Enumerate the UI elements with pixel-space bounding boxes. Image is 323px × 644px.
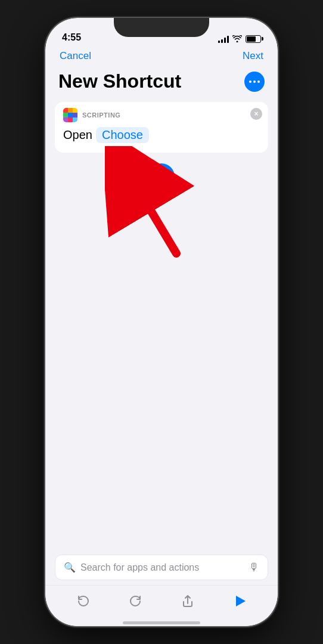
wifi-icon [232,35,242,42]
action-open-text: Open [63,128,92,142]
search-icon: 🔍 [64,562,76,573]
page-header: New Shortcut [45,68,278,102]
bottom-toolbar [45,585,278,621]
search-placeholder-text: Search for apps and actions [80,562,244,573]
home-indicator [45,621,278,626]
battery-icon [246,35,261,43]
add-plus-icon: + [157,168,166,184]
page-title: New Shortcut [58,70,181,92]
nav-bar: Cancel Next [45,48,278,68]
main-content: SCRIPTING × Open Choose + [45,102,278,190]
bottom-area: 🔍 Search for apps and actions 🎙 [45,549,278,626]
more-button[interactable] [244,72,265,92]
share-button[interactable] [177,590,198,612]
status-icons [218,35,261,44]
action-card: SCRIPTING × Open Choose [55,102,268,153]
close-card-button[interactable]: × [250,108,262,120]
undo-button[interactable] [73,590,94,612]
signal-icon [218,35,229,43]
play-button[interactable] [229,590,250,612]
redo-button[interactable] [125,590,146,612]
add-action-button[interactable]: + [148,163,175,190]
action-row: Open Choose [63,125,260,145]
svg-marker-2 [236,596,246,606]
cancel-button[interactable]: Cancel [60,50,91,62]
mic-icon[interactable]: 🎙 [249,561,259,574]
add-button-container: + [55,163,268,190]
action-variable[interactable]: Choose [96,127,149,143]
status-time: 4:55 [62,32,81,44]
action-card-header: SCRIPTING [63,108,260,122]
scripting-icon [63,108,77,122]
next-button[interactable]: Next [243,50,263,62]
category-label: SCRIPTING [82,112,120,119]
search-bar[interactable]: 🔍 Search for apps and actions 🎙 [55,555,268,580]
